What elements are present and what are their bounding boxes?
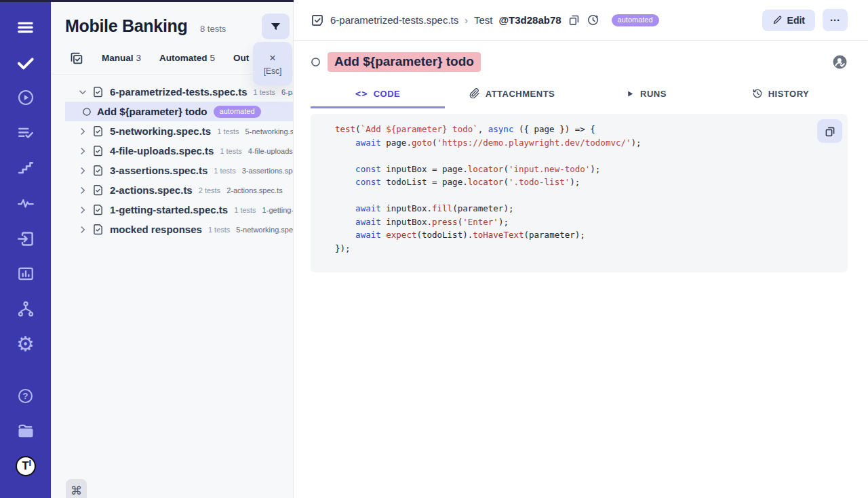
breadcrumb: 6-parametrized-tests.spec.ts › Test @T3d…: [311, 14, 659, 27]
play-circle-icon[interactable]: [0, 80, 51, 115]
panel-header: Mobile Banking 8 tests × [Esc]: [51, 0, 293, 36]
keyboard-shortcuts-button[interactable]: ⌘: [66, 479, 87, 498]
spec-file-icon: [92, 204, 104, 215]
chevron-right-icon[interactable]: [78, 186, 87, 195]
hamburger-icon[interactable]: [0, 9, 51, 45]
chevron-right-icon[interactable]: [78, 205, 87, 215]
tab-runs[interactable]: RUNS: [579, 81, 713, 108]
suite-test-count: 1 tests: [208, 226, 230, 234]
suite-file-path: 6-parametrized-tests.spec.ts: [281, 88, 293, 96]
suite-file-path: 2-actions.spec.ts: [226, 186, 283, 194]
suite-file-path: 1-getting-started.spec.ts: [262, 206, 293, 214]
tree-suite-row[interactable]: 5-networking.spec.ts1 tests5-networking.…: [51, 121, 293, 141]
suite-test-count: 1 tests: [234, 206, 256, 214]
tab-code[interactable]: <> CODE: [311, 81, 445, 108]
esc-hint-label: [Esc]: [264, 66, 282, 76]
suite-name: 2-actions.spec.ts: [110, 184, 193, 196]
testomat-logo[interactable]: T: [0, 449, 51, 484]
bar-chart-icon[interactable]: [0, 256, 51, 291]
code-line: const todoList = page.locator('.todo-lis…: [335, 175, 834, 189]
esc-popup: × [Esc]: [253, 42, 292, 85]
app-root: ⚙ ? T Mobile Banking 8 tests × [Esc]: [0, 0, 868, 498]
chevron-right-icon[interactable]: [78, 127, 87, 136]
code-line: [335, 189, 834, 203]
tree-suite-row[interactable]: 2-actions.spec.ts2 tests2-actions.spec.t…: [51, 180, 293, 200]
tree-suite-row[interactable]: 3-assertions.spec.ts1 tests3-assertions.…: [51, 161, 293, 180]
history-icon: [752, 88, 763, 99]
breadcrumb-separator: ›: [465, 15, 468, 26]
tab-manual-count: 3: [136, 53, 142, 63]
tree-test-row[interactable]: Add ${parameter} todoautomated: [65, 102, 293, 121]
tab-attachments[interactable]: ATTACHMENTS: [445, 81, 579, 108]
filter-button[interactable]: [262, 14, 290, 39]
tab-automated[interactable]: Automated5: [159, 53, 215, 63]
copy-icon: [824, 125, 836, 138]
test-name: Add ${parameter} todo: [97, 106, 208, 117]
automated-badge: automated: [214, 106, 261, 118]
test-file-icon: [311, 14, 324, 27]
list-check-icon[interactable]: [0, 115, 51, 150]
chevron-right-icon[interactable]: [78, 225, 87, 234]
breadcrumb-test-label: Test: [474, 14, 493, 26]
suite-file-path: 3-assertions.spec.ts: [242, 167, 293, 175]
assignee-avatar-icon[interactable]: [832, 54, 848, 70]
tree-suite-row[interactable]: 4-file-uploads.spec.ts1 tests4-file-uplo…: [51, 141, 293, 161]
suite-name: 6-parametrized-tests.spec.ts: [110, 86, 248, 98]
code-listing[interactable]: test(`Add ${parameter} todo`, async ({ p…: [335, 123, 834, 255]
suite-file-path: 4-file-uploads.spec.ts: [248, 147, 293, 155]
close-icon[interactable]: ×: [269, 52, 276, 64]
pulse-icon[interactable]: [0, 186, 51, 221]
copy-id-icon[interactable]: [568, 14, 580, 26]
help-icon[interactable]: ?: [0, 378, 51, 413]
code-line: [335, 149, 834, 163]
code-line: await inputBox.fill(parameter);: [335, 202, 834, 215]
main-topbar: 6-parametrized-tests.spec.ts › Test @T3d…: [294, 0, 868, 41]
code-line: await expect(todoList).toHaveText(parame…: [335, 228, 834, 242]
suite-test-count: 2 tests: [199, 186, 220, 194]
suite-file-path: 5-networking.spec.ts: [236, 226, 293, 234]
steps-icon[interactable]: [0, 150, 51, 186]
tab-outdated[interactable]: Out: [233, 53, 249, 63]
suite-test-count: 1 tests: [220, 147, 241, 155]
topbar-actions: Edit ···: [762, 9, 848, 31]
suite-test-count: 1 tests: [214, 167, 235, 175]
tab-history[interactable]: HISTORY: [713, 81, 848, 108]
suite-name: 1-getting-started.spec.ts: [110, 204, 228, 215]
spec-file-icon: [92, 145, 104, 157]
chevron-right-icon[interactable]: [78, 166, 87, 175]
chevron-right-icon[interactable]: [78, 146, 87, 156]
copy-code-button[interactable]: [817, 119, 842, 143]
spec-file-icon: [92, 224, 104, 235]
folder-icon[interactable]: [0, 413, 51, 449]
paperclip-icon: [469, 88, 480, 99]
tab-manual[interactable]: Manual3: [102, 53, 141, 63]
code-block: test(`Add ${parameter} todo`, async ({ p…: [311, 114, 848, 272]
app-sidebar: ⚙ ? T: [0, 0, 51, 498]
play-icon: [626, 89, 635, 98]
main-area: 6-parametrized-tests.spec.ts › Test @T3d…: [294, 0, 868, 498]
chevron-down-icon[interactable]: [78, 87, 87, 97]
tab-automated-count: 5: [210, 53, 216, 63]
tests-check-icon[interactable]: [0, 45, 51, 80]
suite-test-count: 1 tests: [217, 127, 239, 136]
code-icon: <>: [355, 88, 368, 99]
select-all-icon[interactable]: [69, 51, 83, 65]
tree-suite-row[interactable]: mocked responses1 tests5-networking.spec…: [51, 220, 293, 239]
gear-icon[interactable]: ⚙: [0, 327, 51, 362]
top-dark-strip: [0, 0, 294, 2]
spec-file-icon: [92, 125, 104, 137]
sign-in-icon[interactable]: [0, 221, 51, 256]
suite-name: 3-assertions.spec.ts: [110, 165, 208, 176]
suite-name: mocked responses: [110, 224, 202, 235]
time-icon[interactable]: [587, 14, 599, 26]
breadcrumb-file[interactable]: 6-parametrized-tests.spec.ts: [330, 14, 458, 26]
project-title: Mobile Banking: [65, 16, 188, 36]
suite-name: 5-networking.spec.ts: [110, 125, 211, 137]
more-actions-button[interactable]: ···: [823, 9, 848, 31]
test-status-circle-icon: [311, 57, 321, 67]
edit-button[interactable]: Edit: [762, 9, 815, 31]
branch-icon[interactable]: [0, 291, 51, 327]
automated-badge: automated: [612, 14, 659, 26]
test-status-circle-icon: [82, 107, 92, 117]
tree-suite-row[interactable]: 1-getting-started.spec.ts1 tests1-gettin…: [51, 200, 293, 220]
